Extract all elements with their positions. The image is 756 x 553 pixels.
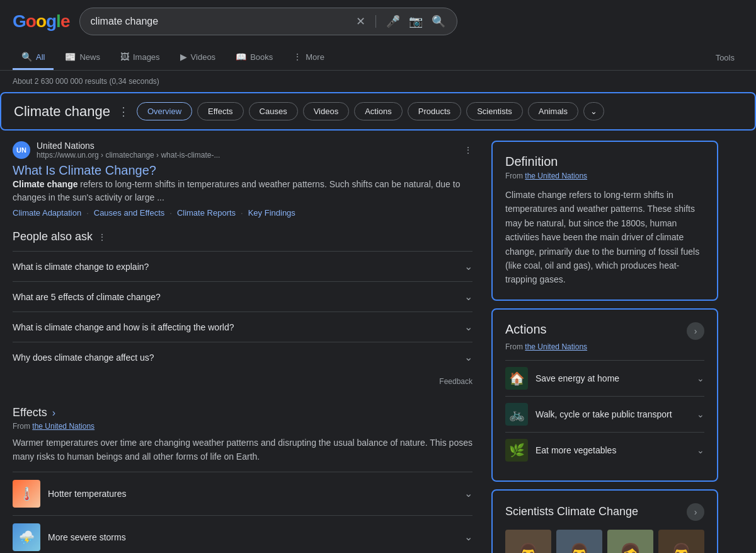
- scientists-expand-button[interactable]: ›: [687, 503, 704, 521]
- action-expand-icon-0: ⌄: [697, 373, 704, 383]
- scientists-header: Scientists Climate Change ›: [505, 503, 704, 521]
- effects-source-link[interactable]: the United Nations: [32, 422, 94, 431]
- action-item-1[interactable]: 🚲 Walk, cycle or take public transport ⌄: [505, 396, 704, 432]
- scientist-card-1[interactable]: 👨 Johan Rockstrom: [556, 530, 602, 553]
- link-sep-1: ·: [169, 208, 172, 218]
- tab-more[interactable]: ⋮ More: [284, 45, 333, 70]
- pill-scientists[interactable]: Scientists: [466, 102, 523, 120]
- effect-expand-icon-1: ⌄: [464, 531, 472, 543]
- camera-icon[interactable]: 📷: [408, 13, 424, 30]
- actions-source-link[interactable]: the United Nations: [525, 342, 587, 351]
- snippet-text: refers to long-term shifts in temperatur…: [13, 179, 460, 202]
- feedback-link[interactable]: Feedback: [439, 377, 472, 386]
- paa-item-0[interactable]: What is climate change to explain? ⌄: [13, 251, 472, 281]
- scientists-grid: 👨 James Hansen 👨 Johan Rockstrom 👩 Helen…: [505, 530, 704, 553]
- definition-title: Definition: [505, 154, 704, 169]
- result-links: Climate Adaptation · Causes and Effects …: [13, 208, 472, 218]
- effect-label-0: Hotter temperatures: [48, 489, 127, 499]
- action-icon-0: 🏠: [505, 367, 528, 390]
- google-logo: Google: [13, 11, 69, 32]
- action-expand-icon-1: ⌄: [697, 409, 704, 419]
- effect-item-0[interactable]: 🌡️ Hotter temperatures ⌄: [13, 472, 472, 515]
- paa-expand-icon-2: ⌄: [464, 321, 472, 333]
- images-icon: 🖼: [120, 52, 129, 62]
- microphone-icon[interactable]: 🎤: [385, 13, 401, 30]
- tab-images[interactable]: 🖼 Images: [112, 45, 169, 70]
- source-header: UN United Nations https://www.un.org › c…: [13, 141, 472, 160]
- action-item-left-2: 🌿 Eat more vegetables: [505, 439, 616, 462]
- pill-list: Overview Effects Causes Videos Actions P…: [137, 102, 604, 120]
- pill-causes[interactable]: Causes: [249, 102, 298, 120]
- action-item-0[interactable]: 🏠 Save energy at home ⌄: [505, 360, 704, 396]
- action-item-2[interactable]: 🌿 Eat more vegetables ⌄: [505, 432, 704, 468]
- tab-videos-label: Videos: [191, 52, 216, 62]
- paa-item-3[interactable]: Why does climate change affect us? ⌄: [13, 342, 472, 372]
- effect-label-1: More severe storms: [48, 532, 126, 542]
- scientist-card-2[interactable]: 👩 Helena Catharina Coninck: [607, 530, 653, 553]
- tab-videos[interactable]: ▶ Videos: [171, 45, 225, 70]
- clear-button[interactable]: ✕: [355, 13, 367, 30]
- topic-title: Climate change: [14, 103, 110, 120]
- effects-source: From the United Nations: [13, 422, 472, 431]
- pill-actions[interactable]: Actions: [354, 102, 403, 120]
- link-sep-0: ·: [86, 208, 89, 218]
- right-column: Definition From the United Nations Clima…: [491, 141, 718, 553]
- paa-title: People also ask ⋮: [13, 230, 472, 243]
- effects-section: Effects › From the United Nations Warmer…: [13, 406, 472, 553]
- snippet-bold: Climate change: [13, 179, 77, 189]
- effect-thumb-1: ⛈️: [13, 523, 40, 551]
- paa-expand-icon-3: ⌄: [464, 351, 472, 363]
- tools-button[interactable]: Tools: [707, 47, 743, 69]
- pill-animals[interactable]: Animals: [528, 102, 578, 120]
- topic-more-icon[interactable]: ⋮: [118, 105, 129, 119]
- tab-books[interactable]: 📖 Books: [227, 45, 282, 70]
- tab-books-label: Books: [250, 52, 273, 62]
- tab-all-label: All: [36, 52, 45, 62]
- link-sep-2: ·: [241, 208, 243, 218]
- source-favicon: UN: [13, 141, 30, 159]
- paa-expand-icon-0: ⌄: [464, 260, 472, 272]
- scientist-card-3[interactable]: 👨 Peter Kalmus: [658, 530, 704, 553]
- effects-arrow-icon[interactable]: ›: [52, 407, 55, 419]
- scientists-panel: Scientists Climate Change › 👨 James Hans…: [491, 489, 718, 553]
- pill-products[interactable]: Products: [408, 102, 461, 120]
- action-label-1: Walk, cycle or take public transport: [536, 409, 672, 419]
- pill-overview[interactable]: Overview: [137, 102, 192, 120]
- action-label-2: Eat more vegetables: [536, 445, 616, 455]
- action-icon-1: 🚲: [505, 403, 528, 426]
- actions-header: Actions ›: [505, 322, 704, 340]
- paa-item-2[interactable]: What is climate change and how is it aff…: [13, 311, 472, 342]
- people-also-ask: People also ask ⋮ What is climate change…: [13, 230, 472, 391]
- action-item-left-1: 🚲 Walk, cycle or take public transport: [505, 403, 672, 426]
- search-submit-button[interactable]: 🔍: [430, 13, 447, 30]
- tab-all[interactable]: 🔍 All: [13, 45, 54, 70]
- effect-expand-icon-0: ⌄: [464, 487, 472, 499]
- paa-item-1[interactable]: What are 5 effects of climate change? ⌄: [13, 281, 472, 311]
- result-link-3[interactable]: Key Findings: [248, 208, 295, 218]
- pill-expand-button[interactable]: ⌄: [583, 102, 604, 120]
- pill-videos[interactable]: Videos: [303, 102, 350, 120]
- result-link-1[interactable]: Causes and Effects: [94, 208, 165, 218]
- scientist-card-0[interactable]: 👨 James Hansen: [505, 530, 551, 553]
- search-divider: [375, 15, 376, 28]
- actions-expand-button[interactable]: ›: [687, 322, 704, 340]
- result-link-2[interactable]: Climate Reports: [177, 208, 236, 218]
- scientist-photo-1: 👨: [556, 530, 602, 553]
- result-link-0[interactable]: Climate Adaptation: [13, 208, 81, 218]
- main-layout: UN United Nations https://www.un.org › c…: [0, 141, 756, 553]
- effect-item-1[interactable]: ⛈️ More severe storms ⌄: [13, 515, 472, 553]
- search-input[interactable]: climate change: [90, 16, 348, 27]
- scientist-photo-2: 👩: [607, 530, 653, 553]
- definition-source-link[interactable]: the United Nations: [525, 172, 587, 180]
- result-title[interactable]: What Is Climate Change?: [13, 163, 156, 177]
- tab-news[interactable]: 📰 News: [56, 45, 109, 70]
- action-expand-icon-2: ⌄: [697, 445, 704, 455]
- feedback-row: Feedback: [13, 372, 472, 391]
- source-info: United Nations https://www.un.org › clim…: [37, 141, 457, 160]
- main-result: UN United Nations https://www.un.org › c…: [13, 141, 472, 218]
- pill-effects[interactable]: Effects: [197, 102, 244, 120]
- source-options-icon[interactable]: ⋮: [464, 145, 472, 155]
- effects-title: Effects ›: [13, 406, 472, 419]
- tab-news-label: News: [79, 52, 100, 62]
- paa-info-icon: ⋮: [98, 232, 106, 242]
